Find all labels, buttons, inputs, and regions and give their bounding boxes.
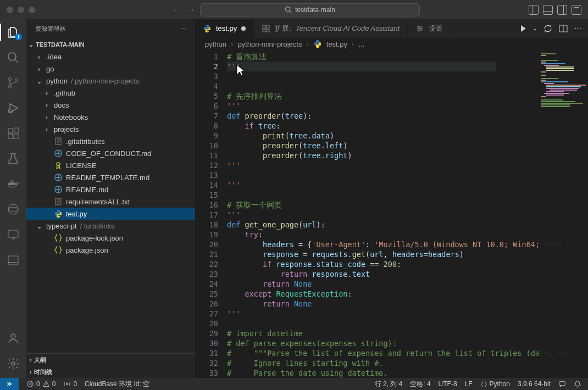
split-editor-icon[interactable]: [559, 24, 568, 33]
remote-indicator[interactable]: [0, 378, 19, 390]
tree-item[interactable]: ›.idea: [26, 51, 195, 63]
svg-point-4: [9, 78, 12, 81]
status-python-interpreter[interactable]: 3.9.6 64-bit: [518, 380, 551, 388]
tree-item-label: go: [46, 65, 54, 73]
status-indent[interactable]: 空格: 4: [410, 380, 430, 389]
svg-rect-15: [11, 181, 13, 182]
language-label: Python: [490, 380, 510, 388]
activity-tencent-ai[interactable]: [4, 200, 22, 218]
close-window-icon[interactable]: [7, 7, 13, 13]
tree-item[interactable]: .gitattributes: [26, 135, 195, 147]
tree-item[interactable]: ⌄python / python-mini-projects: [26, 75, 195, 87]
tree-item[interactable]: ›.github: [26, 87, 195, 99]
svg-point-2: [8, 53, 16, 60]
toggle-secondary-sidebar-icon[interactable]: [557, 5, 567, 15]
status-problems[interactable]: 0 0: [26, 380, 56, 388]
activity-search[interactable]: [4, 49, 22, 66]
activity-cloudbase[interactable]: [4, 251, 22, 269]
toggle-primary-sidebar-icon[interactable]: [529, 5, 539, 15]
tree-item-path: / python-mini-projects: [71, 77, 139, 85]
command-center[interactable]: testdata-main: [200, 3, 420, 16]
sidebar-folder-header[interactable]: ⌄ TESTDATA-MAIN: [26, 38, 195, 51]
svg-point-5: [9, 86, 12, 88]
feedback-icon[interactable]: [558, 380, 566, 388]
tree-item-label: LICENSE: [66, 161, 97, 170]
tree-item-label: typescript: [46, 222, 77, 230]
activity-accounts[interactable]: [4, 330, 22, 347]
code-editor[interactable]: 1234567891011121314151617181920212223242…: [195, 51, 588, 378]
timeline-section[interactable]: › 时间线: [26, 366, 195, 378]
breadcrumbs[interactable]: python › python-mini-projects › test.py …: [195, 38, 588, 51]
tab-extension[interactable]: 扩展: Tencent Cloud AI Code Assistant: [254, 19, 408, 38]
warning-icon: [42, 380, 50, 388]
extensions-icon: [7, 127, 20, 140]
svg-point-21: [11, 334, 15, 338]
status-language[interactable]: Python: [480, 380, 510, 388]
tree-item-label: package-lock.json: [66, 234, 123, 242]
activity-extensions[interactable]: [4, 125, 22, 142]
run-icon[interactable]: [521, 25, 526, 32]
file-json-icon: [54, 233, 63, 242]
tree-item[interactable]: ›go: [26, 63, 195, 75]
activity-source-control[interactable]: [4, 74, 22, 92]
nav-back-icon[interactable]: ←: [173, 5, 180, 14]
bell-icon[interactable]: [574, 380, 581, 388]
tab-test-py[interactable]: test.py: [195, 19, 254, 38]
tree-item[interactable]: README_TEMPLATE.md: [26, 171, 195, 183]
compare-icon[interactable]: [543, 24, 552, 33]
fullscreen-window-icon[interactable]: [29, 7, 35, 13]
tab-bar: test.py 扩展: Tencent Cloud AI Code Assist…: [195, 19, 588, 38]
activity-testing[interactable]: [4, 150, 22, 168]
activity-remote-explorer[interactable]: [4, 226, 22, 243]
status-cloudbase[interactable]: CloudBase 环境 Id: 空: [85, 380, 149, 389]
toggle-panel-icon[interactable]: [543, 5, 553, 15]
tab-settings[interactable]: 设置: [408, 19, 451, 38]
svg-point-22: [12, 362, 15, 365]
nav-arrows: ← →: [173, 5, 195, 14]
outline-section[interactable]: › 大纲: [26, 354, 195, 366]
status-bar: 0 0 0 CloudBase 环境 Id: 空 行 2, 列 4 空格: 4 …: [0, 378, 588, 390]
minimize-window-icon[interactable]: [18, 7, 24, 13]
breadcrumb-item[interactable]: ...: [358, 40, 364, 48]
tree-item-label: .github: [54, 89, 75, 97]
svg-line-1: [290, 11, 291, 13]
chevron-right-icon: ›: [43, 89, 51, 97]
tree-item[interactable]: requirementsALL.txt: [26, 196, 195, 208]
more-actions-icon[interactable]: ⋯: [574, 24, 581, 32]
tree-item[interactable]: LICENSE: [26, 159, 195, 171]
nav-forward-icon[interactable]: →: [187, 5, 195, 14]
status-encoding[interactable]: UTF-8: [439, 380, 457, 388]
breadcrumb-item[interactable]: python: [205, 40, 226, 48]
tree-item[interactable]: CODE_OF_CONDUCT.md: [26, 147, 195, 159]
tree-item[interactable]: test.py: [26, 208, 195, 220]
tree-item-label: requirementsALL.txt: [66, 198, 130, 206]
activity-run-debug[interactable]: [4, 99, 22, 117]
search-icon: [7, 51, 20, 64]
tree-item[interactable]: package-lock.json: [26, 232, 195, 244]
run-dropdown-icon[interactable]: ⌄: [532, 25, 537, 31]
activity-docker[interactable]: [4, 175, 22, 193]
svg-rect-9: [8, 134, 13, 138]
tree-item[interactable]: ⌄typescript / turbolinks: [26, 220, 195, 232]
tree-item[interactable]: ›docs: [26, 99, 195, 111]
customize-layout-icon[interactable]: [572, 5, 581, 15]
tree-item-label: README.md: [66, 186, 108, 194]
remote-icon: [5, 380, 13, 388]
breadcrumb-item[interactable]: test.py: [326, 40, 347, 48]
activity-explorer[interactable]: 1: [4, 24, 22, 41]
chevron-right-icon: ›: [231, 40, 233, 48]
breadcrumb-item[interactable]: python-mini-projects: [237, 40, 302, 48]
docker-icon: [7, 177, 20, 191]
activity-manage[interactable]: [4, 355, 22, 372]
minimap[interactable]: [539, 51, 588, 378]
tree-item[interactable]: README.md: [26, 183, 195, 196]
status-line-col[interactable]: 行 2, 列 4: [375, 380, 403, 389]
tree-item[interactable]: ›Notebooks: [26, 111, 195, 123]
status-ports[interactable]: 0: [63, 380, 77, 388]
status-eol[interactable]: LF: [465, 380, 473, 388]
sidebar-more-icon[interactable]: ⋯: [180, 25, 186, 32]
tree-item[interactable]: ›projects: [26, 123, 195, 135]
svg-rect-35: [263, 25, 265, 28]
code-content[interactable]: # 冒泡算法''' # 先序排列算法'''def preorder(tree):…: [227, 51, 588, 378]
tree-item[interactable]: package.json: [26, 244, 195, 256]
